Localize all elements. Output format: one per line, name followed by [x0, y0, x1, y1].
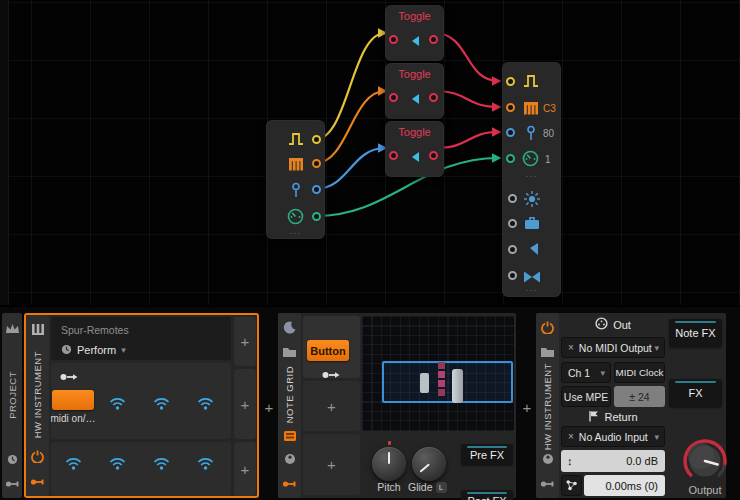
velocity-pin-icon — [526, 125, 536, 145]
piano-icon — [31, 322, 45, 340]
add-remote-page-button[interactable]: + — [234, 369, 256, 439]
add-remote-page-button[interactable]: + — [234, 442, 256, 496]
latency-value: 0.00ms (0) — [605, 480, 658, 492]
toggle1-out-port[interactable] — [429, 35, 438, 44]
toggle2-out-port[interactable] — [429, 93, 438, 102]
midi-output-select[interactable]: × No MIDI Output ▾ — [561, 337, 665, 358]
wifi-icon[interactable] — [153, 456, 170, 474]
velocity-in-port[interactable] — [506, 128, 515, 137]
output-knob[interactable] — [676, 437, 734, 491]
gate-in-port[interactable] — [506, 77, 515, 86]
latency-value-field[interactable]: 0.00ms (0) — [584, 475, 665, 496]
device-header-strip[interactable]: HW INSTRUMENT — [536, 313, 559, 498]
pitch-in-port[interactable] — [506, 103, 515, 112]
mapping-key-icon[interactable] — [282, 474, 297, 492]
velocity-out-port[interactable] — [312, 185, 321, 194]
node-note-in[interactable]: ··· — [266, 120, 325, 239]
add-device-button[interactable]: + — [519, 399, 535, 415]
add-grid-control-button[interactable]: + — [303, 434, 360, 495]
midi-channel-select[interactable]: Ch 1 ▾ — [561, 362, 611, 383]
toggle2-in-port[interactable] — [389, 93, 398, 102]
grid-button-control[interactable]: Button — [307, 340, 349, 361]
pre-fx-button[interactable]: Pre FX — [461, 444, 513, 465]
use-mpe-toggle[interactable]: Use MPE — [561, 386, 611, 407]
grid-patch-preview[interactable] — [362, 316, 514, 431]
wifi-icon[interactable] — [109, 396, 126, 414]
glide-knob[interactable] — [412, 447, 446, 481]
fx-tab[interactable]: FX — [669, 379, 722, 407]
gate-out-port[interactable] — [312, 135, 321, 144]
node-note-out[interactable]: C3 80 1 ··· ··· — [502, 62, 561, 297]
preview-node-pink — [438, 389, 445, 396]
project-panel-tab[interactable]: PROJECT — [2, 313, 22, 498]
return-header-label: Return — [604, 411, 637, 423]
chevron-down-icon: ▾ — [654, 432, 659, 442]
remote-slot-label: midi on/… — [39, 413, 107, 424]
sun-icon — [523, 190, 541, 212]
folder-icon[interactable] — [282, 344, 297, 362]
brightness-port[interactable] — [508, 194, 517, 203]
editor-icon[interactable] — [283, 428, 297, 446]
grid-editor-canvas[interactable]: ··· Toggle Toggle Toggle C3 80 — [0, 0, 740, 305]
gauge-value: 1 — [545, 154, 551, 165]
toggle1-in-port[interactable] — [389, 35, 398, 44]
glide-mode-badge[interactable]: L — [436, 482, 447, 493]
device-header-strip[interactable]: HW INSTRUMENT — [26, 315, 49, 496]
toggle3-in-port[interactable] — [389, 151, 398, 160]
pitch-knob[interactable] — [372, 447, 406, 481]
midi-clock-toggle[interactable]: MIDI Clock — [614, 362, 665, 383]
remote-slot-button[interactable] — [52, 390, 94, 410]
toggle3-out-port[interactable] — [429, 151, 438, 160]
return-gain-value: 0.0 dB — [626, 455, 658, 467]
midi-din-icon — [595, 317, 608, 332]
clock-icon[interactable] — [7, 451, 18, 469]
device-note-grid[interactable]: NOTE GRID Button + + — [278, 313, 516, 498]
remote-page-icon[interactable] — [542, 451, 554, 469]
add-remote-page-button[interactable]: + — [234, 317, 256, 366]
return-gain-slider[interactable]: ↕ 0.0 dB — [561, 450, 665, 472]
node-toggle-3[interactable]: Toggle — [385, 121, 444, 177]
note-fx-tab[interactable]: Note FX — [669, 319, 722, 347]
mute-port[interactable] — [508, 245, 517, 254]
keyboard-icon — [288, 157, 304, 175]
power-icon[interactable] — [31, 449, 44, 467]
wifi-icon[interactable] — [197, 396, 214, 414]
power-icon[interactable] — [541, 320, 554, 338]
gauge-out-port[interactable] — [312, 212, 321, 221]
cable-gate-to-toggle1[interactable] — [316, 33, 385, 139]
mapping-key-icon[interactable] — [30, 472, 45, 490]
crossfade-port[interactable] — [508, 271, 517, 280]
device-hw-instrument-right[interactable]: HW INSTRUMENT Out × No MIDI Output ▾ Ch … — [536, 313, 726, 498]
remote-page-selector[interactable]: Perform ▾ — [61, 341, 126, 359]
remotes-header[interactable]: Spur-Remotes Perform ▾ — [51, 317, 231, 360]
wifi-icon[interactable] — [153, 396, 170, 414]
keyboard-icon — [523, 101, 539, 119]
device-chain-panel: PROJECT HW INSTRUMENT Spur-Remotes Perfo… — [0, 305, 740, 500]
add-grid-control-button[interactable]: + — [303, 381, 360, 431]
mapping-key-icon[interactable] — [5, 474, 20, 492]
pitch-out-port[interactable] — [312, 159, 321, 168]
remote-page-icon[interactable] — [284, 451, 296, 469]
wifi-icon[interactable] — [197, 456, 214, 474]
latency-icon — [565, 479, 578, 493]
gauge-in-port[interactable] — [506, 154, 515, 163]
wifi-icon[interactable] — [109, 456, 126, 474]
wifi-icon[interactable] — [65, 456, 82, 474]
node-toggle-2[interactable]: Toggle — [385, 63, 444, 119]
moon-icon — [283, 320, 296, 338]
case-port[interactable] — [508, 219, 517, 228]
mapping-key-icon[interactable] — [540, 474, 555, 492]
post-fx-button[interactable]: Post FX — [461, 490, 513, 500]
cable-velocity-to-toggle3[interactable] — [316, 148, 385, 189]
device-header-strip[interactable]: NOTE GRID — [278, 313, 301, 498]
audio-input-select[interactable]: × No Audio Input ▾ — [561, 426, 665, 447]
folder-icon[interactable] — [540, 344, 555, 362]
mapping-arrow-icon — [59, 368, 79, 386]
latency-measure-button[interactable] — [561, 475, 582, 496]
device-hw-instrument-left[interactable]: HW INSTRUMENT Spur-Remotes Perform ▾ mid… — [24, 313, 259, 498]
add-device-button[interactable]: + — [261, 399, 277, 415]
pitch-value: C3 — [543, 103, 556, 114]
cable-pitch-to-toggle2[interactable] — [316, 91, 385, 163]
pitch-bend-range-field[interactable]: ± 24 — [614, 386, 665, 407]
node-toggle-1[interactable]: Toggle — [385, 5, 444, 61]
